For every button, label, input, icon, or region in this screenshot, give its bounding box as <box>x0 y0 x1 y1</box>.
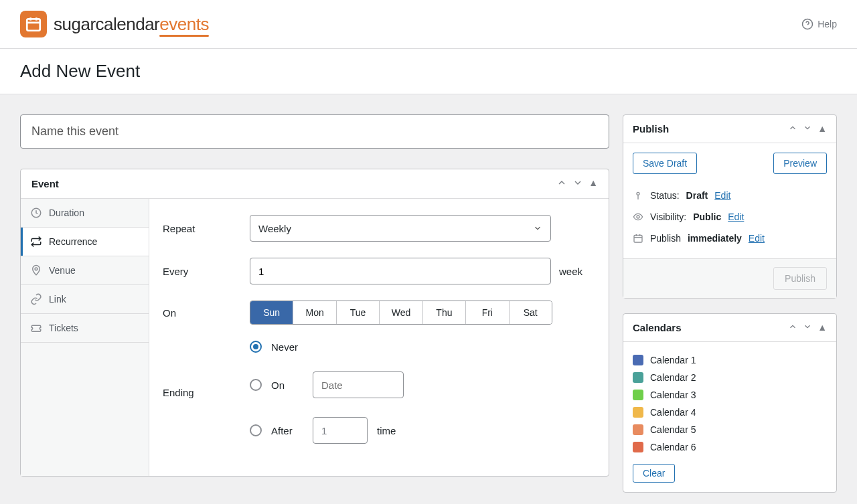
tab-venue[interactable]: Venue <box>21 256 149 285</box>
visibility-edit-link[interactable]: Edit <box>728 212 744 222</box>
ending-on-label: On <box>271 380 303 391</box>
ending-after-radio[interactable] <box>250 424 262 436</box>
calendar-item[interactable]: Calendar 4 <box>633 404 827 421</box>
svg-rect-11 <box>634 235 642 242</box>
link-icon <box>30 293 42 305</box>
event-title-input[interactable] <box>20 114 609 149</box>
repeat-label: Repeat <box>163 223 250 234</box>
ending-after-unit: time <box>377 425 396 436</box>
chevron-up-icon[interactable] <box>788 322 797 333</box>
svg-point-8 <box>637 192 639 195</box>
eye-icon <box>633 212 643 222</box>
day-sun[interactable]: Sun <box>250 301 293 324</box>
save-draft-button[interactable]: Save Draft <box>633 153 697 174</box>
logo-text: sugarcalendarevents <box>54 14 209 35</box>
visibility-value: Public <box>693 212 721 222</box>
calendar-item[interactable]: Calendar 6 <box>633 438 827 456</box>
preview-button[interactable]: Preview <box>773 153 827 174</box>
ending-never-radio[interactable] <box>250 341 262 353</box>
calendar-swatch <box>633 442 643 452</box>
calendar-label: Calendar 5 <box>650 424 696 435</box>
svg-point-10 <box>637 216 639 218</box>
ending-on-radio[interactable] <box>250 379 262 391</box>
triangle-up-icon[interactable]: ▲ <box>589 177 598 190</box>
chevron-down-icon[interactable] <box>803 123 812 135</box>
visibility-label: Visibility: <box>650 212 686 222</box>
on-label: On <box>163 307 250 319</box>
calendar-swatch <box>633 424 643 435</box>
calendar-label: Calendar 6 <box>650 442 696 452</box>
ending-date-input[interactable] <box>313 371 404 398</box>
calendar-label: Calendar 1 <box>650 355 696 365</box>
help-icon <box>801 18 813 30</box>
tab-duration[interactable]: Duration <box>21 199 149 228</box>
every-unit: week <box>559 266 582 277</box>
tab-tickets[interactable]: Tickets <box>21 314 149 343</box>
svg-point-7 <box>35 268 37 270</box>
calendars-panel-title: Calendars <box>633 322 682 333</box>
calendar-swatch <box>633 372 643 383</box>
calendar-label: Calendar 3 <box>650 390 696 400</box>
every-label: Every <box>163 266 250 277</box>
chevron-up-icon[interactable] <box>556 177 567 190</box>
event-panel: Event ▲ Duration <box>20 169 609 477</box>
day-sat[interactable]: Sat <box>510 301 552 324</box>
status-label: Status: <box>650 190 680 201</box>
logo-icon <box>20 11 47 37</box>
every-input[interactable] <box>250 258 551 284</box>
publish-panel-title: Publish <box>633 123 669 135</box>
chevron-down-icon[interactable] <box>572 177 583 190</box>
topbar: sugarcalendarevents Help <box>0 0 857 49</box>
day-wed[interactable]: Wed <box>380 301 422 324</box>
ending-after-label: After <box>271 425 303 436</box>
event-tabs: Duration Recurrence Venue Link <box>21 199 149 476</box>
calendar-swatch <box>633 407 643 418</box>
calendar-item[interactable]: Calendar 5 <box>633 421 827 438</box>
repeat-icon <box>30 236 42 248</box>
day-fri[interactable]: Fri <box>466 301 509 324</box>
map-pin-icon <box>30 264 42 276</box>
page-title-bar: Add New Event <box>0 49 857 94</box>
calendars-panel: Calendars ▲ Calendar 1Calendar 2Calendar… <box>623 313 837 493</box>
ticket-icon <box>30 322 42 334</box>
days-group: Sun Mon Tue Wed Thu Fri Sat <box>250 301 552 325</box>
ending-after-input[interactable] <box>313 417 368 444</box>
ending-never-label: Never <box>271 341 303 353</box>
calendar-icon <box>633 233 643 244</box>
chevron-up-icon[interactable] <box>788 123 797 135</box>
calendar-item[interactable]: Calendar 3 <box>633 386 827 404</box>
day-thu[interactable]: Thu <box>423 301 466 324</box>
calendar-swatch <box>633 390 643 400</box>
publish-time-label: Publish <box>650 233 681 244</box>
help-link[interactable]: Help <box>801 18 837 30</box>
publish-time-edit-link[interactable]: Edit <box>749 233 765 244</box>
publish-time-value: immediately <box>688 233 742 244</box>
triangle-up-icon[interactable]: ▲ <box>817 322 827 333</box>
help-label: Help <box>817 19 837 29</box>
repeat-select[interactable]: Weekly <box>250 215 551 242</box>
calendars-clear-button[interactable]: Clear <box>633 464 675 483</box>
svg-rect-0 <box>27 19 40 30</box>
event-panel-title: Event <box>31 178 59 189</box>
triangle-up-icon[interactable]: ▲ <box>817 123 827 135</box>
day-tue[interactable]: Tue <box>337 301 380 324</box>
pin-icon <box>633 190 643 201</box>
calendar-item[interactable]: Calendar 1 <box>633 351 827 369</box>
tab-recurrence[interactable]: Recurrence <box>21 228 149 256</box>
publish-panel: Publish ▲ Save Draft Preview Status: Dra… <box>623 114 837 299</box>
calendar-item[interactable]: Calendar 2 <box>633 369 827 386</box>
tab-link[interactable]: Link <box>21 285 149 314</box>
publish-button[interactable]: Publish <box>773 267 827 290</box>
status-value: Draft <box>686 190 708 201</box>
status-edit-link[interactable]: Edit <box>714 190 730 201</box>
calendar-label: Calendar 4 <box>650 407 696 418</box>
chevron-down-icon[interactable] <box>803 322 812 333</box>
day-mon[interactable]: Mon <box>293 301 336 324</box>
calendar-label: Calendar 2 <box>650 372 696 383</box>
page-title: Add New Event <box>20 61 837 82</box>
logo: sugarcalendarevents <box>20 11 209 37</box>
ending-label: Ending <box>163 387 250 398</box>
clock-icon <box>30 207 42 219</box>
calendar-swatch <box>633 355 643 365</box>
